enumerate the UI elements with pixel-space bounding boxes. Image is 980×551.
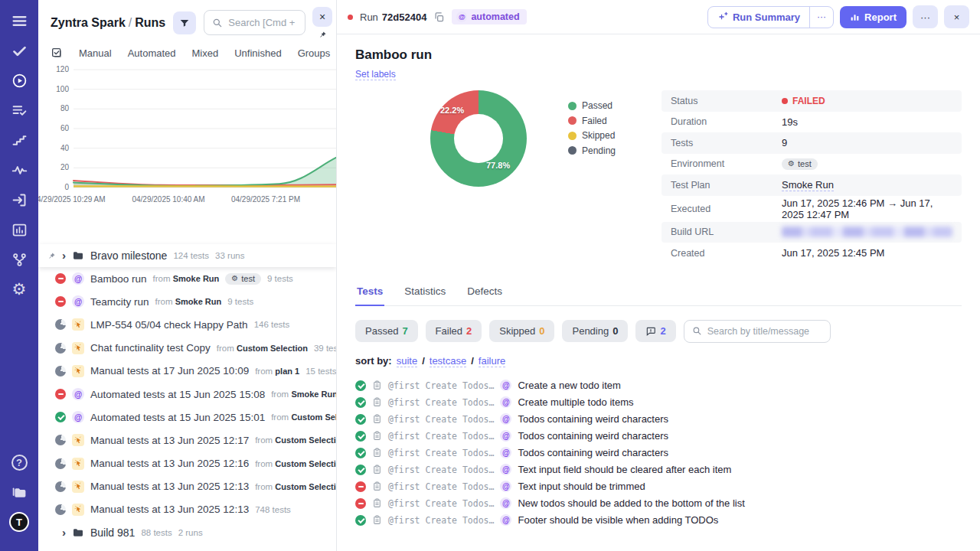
chevron-right-icon[interactable]: › xyxy=(62,249,66,261)
test-status-icon xyxy=(355,465,366,475)
svg-text:40: 40 xyxy=(60,144,70,152)
run-tests-count: 9 tests xyxy=(267,274,293,283)
run-row[interactable]: Manual tests at 13 Jun 2025 12:17 from C… xyxy=(38,429,336,452)
check-icon[interactable] xyxy=(9,41,29,60)
test-row[interactable]: @first Create Todos… @ Todos containing … xyxy=(355,445,962,461)
status-filter-pill[interactable]: Skipped0 xyxy=(489,320,554,342)
status-filter-pill[interactable]: Failed2 xyxy=(426,320,482,342)
legend-item[interactable]: Pending xyxy=(568,145,616,156)
runs-tab[interactable]: Automated xyxy=(128,47,176,59)
test-row[interactable]: @first Create Todos… @ Text input should… xyxy=(355,478,962,495)
run-label: Run xyxy=(360,11,378,23)
status-filter-pill[interactable]: Passed7 xyxy=(355,320,418,342)
steps-icon[interactable] xyxy=(9,130,29,150)
runs-search[interactable] xyxy=(204,10,305,35)
run-summary-button[interactable]: Run Summary ··· xyxy=(707,6,834,28)
run-title: Bamboo run xyxy=(90,273,147,285)
legend-item[interactable]: Failed xyxy=(568,116,616,126)
menu-icon[interactable] xyxy=(9,11,29,31)
run-row[interactable]: @ Automated tests at 15 Jun 2025 15:08 f… xyxy=(38,383,336,406)
test-status-icon xyxy=(355,414,366,425)
run-row[interactable]: Manual tests at 13 Jun 2025 12:13 748 te… xyxy=(38,498,336,521)
run-summary-more-button[interactable]: ··· xyxy=(809,7,833,28)
sort-by-testcase[interactable]: testcase xyxy=(430,355,466,367)
gear-icon: ⚙ xyxy=(788,160,795,168)
sign-in-icon[interactable] xyxy=(9,190,29,210)
run-status-icon xyxy=(55,389,66,399)
play-circle-icon[interactable] xyxy=(9,70,29,90)
close-run-button[interactable]: × xyxy=(944,5,969,28)
test-row[interactable]: @first Create Todos… @ Todos containing … xyxy=(355,428,962,445)
status-filter-pill[interactable]: Pending0 xyxy=(562,320,628,342)
pin-panel-icon[interactable] xyxy=(318,31,327,39)
runs-panel-header: Zyntra Spark/Runs × xyxy=(38,0,336,40)
run-row[interactable]: Manual tests at 13 Jun 2025 12:16 from C… xyxy=(38,452,336,475)
run-status-icon xyxy=(55,412,66,422)
run-plan-name: Custom Selection xyxy=(237,344,308,353)
run-status-icon xyxy=(55,481,66,492)
branch-icon[interactable] xyxy=(9,249,29,269)
run-tests-count: 39 tests xyxy=(314,344,336,353)
run-row[interactable]: @ Automated tests at 15 Jun 2025 15:01 f… xyxy=(38,406,336,429)
build-folder-row[interactable]: › Build 981 88 tests 2 runs xyxy=(38,521,336,544)
run-tab[interactable]: Statistics xyxy=(403,282,447,306)
tests-search[interactable] xyxy=(684,320,831,343)
more-actions-button[interactable]: ··· xyxy=(913,5,938,28)
testcase-icon xyxy=(372,448,382,458)
test-status-icon xyxy=(355,448,366,458)
test-plan-link[interactable]: Smoke Run xyxy=(782,179,834,191)
run-row[interactable]: Manual tests at 13 Jun 2025 12:13 from C… xyxy=(38,475,336,498)
copy-icon[interactable] xyxy=(433,11,445,23)
milestone-folder-row[interactable]: › Bravo milestone 124 tests 33 runs xyxy=(38,244,336,267)
test-suite-path: @first Create Todos… xyxy=(388,448,494,458)
run-row[interactable]: LMP-554 05/04 check Happy Path 146 tests xyxy=(38,313,336,336)
runs-tab[interactable]: Mixed xyxy=(192,47,219,59)
tests-search-input[interactable] xyxy=(707,326,822,337)
list-check-icon[interactable] xyxy=(9,100,29,120)
test-row[interactable]: @first Create Todos… @ Footer should be … xyxy=(355,512,962,529)
runs-tab[interactable]: Unfinished xyxy=(234,47,281,59)
chevron-right-icon[interactable]: › xyxy=(62,527,66,538)
run-status-dot xyxy=(348,15,353,20)
test-row[interactable]: @first Create Todos… @ Create multiple t… xyxy=(355,394,962,411)
runs-search-input[interactable] xyxy=(228,17,297,28)
test-row[interactable]: @first Create Todos… @ Create a new todo… xyxy=(355,377,962,394)
run-status-icon xyxy=(55,319,66,330)
legend-item[interactable]: Skipped xyxy=(568,130,616,141)
close-panel-button[interactable]: × xyxy=(312,7,332,27)
gear-icon[interactable]: ⚙ xyxy=(9,279,29,299)
bar-chart-icon[interactable] xyxy=(9,220,29,240)
report-button[interactable]: Report xyxy=(840,6,906,28)
run-plan-name: Smoke Run xyxy=(175,297,222,306)
comments-filter-pill[interactable]: 2 xyxy=(635,320,675,342)
run-row[interactable]: Manual tests at 17 Jun 2025 10:09 from p… xyxy=(38,360,336,383)
runs-tab[interactable]: Groups xyxy=(298,47,331,59)
sort-by-failure[interactable]: failure xyxy=(479,355,505,367)
folders-icon[interactable] xyxy=(9,482,29,502)
help-icon[interactable]: ? xyxy=(9,452,29,472)
run-row[interactable]: @ Bamboo run from Smoke Run ⚙test 9 test… xyxy=(38,267,336,290)
sort-by-suite[interactable]: suite xyxy=(397,355,417,367)
select-runs-icon[interactable] xyxy=(51,47,63,59)
test-row[interactable]: @first Create Todos… @ Text input field … xyxy=(355,461,962,478)
run-overview: 22.2% 77.8% Passed Failed xyxy=(355,90,962,264)
activity-icon[interactable] xyxy=(9,160,29,180)
run-row[interactable]: Chat functinality test Copy from Custom … xyxy=(38,337,336,360)
test-row[interactable]: @first Create Todos… @ Todos containing … xyxy=(355,411,962,428)
set-labels-link[interactable]: Set labels xyxy=(355,69,396,80)
automated-run-icon: @ xyxy=(456,11,467,22)
pinned-icon xyxy=(47,252,56,260)
run-tab[interactable]: Defects xyxy=(466,282,504,306)
run-tab[interactable]: Tests xyxy=(355,282,384,306)
filter-button[interactable] xyxy=(173,11,196,34)
logo-t[interactable]: T xyxy=(9,512,29,532)
build-url-link-redacted[interactable] xyxy=(782,227,952,237)
runs-tab[interactable]: Manual xyxy=(79,47,112,59)
run-row[interactable]: @ Teamcity run from Smoke Run 9 tests xyxy=(38,290,336,313)
detail-row-created: Created Jun 17, 2025 12:45 PM xyxy=(662,243,962,264)
legend-item[interactable]: Passed xyxy=(568,100,616,111)
automated-badge[interactable]: @automated xyxy=(452,9,526,24)
svg-text:20: 20 xyxy=(60,163,70,171)
automated-test-icon: @ xyxy=(500,380,511,391)
test-row[interactable]: @first Create Todos… @ New todos should … xyxy=(355,495,962,512)
